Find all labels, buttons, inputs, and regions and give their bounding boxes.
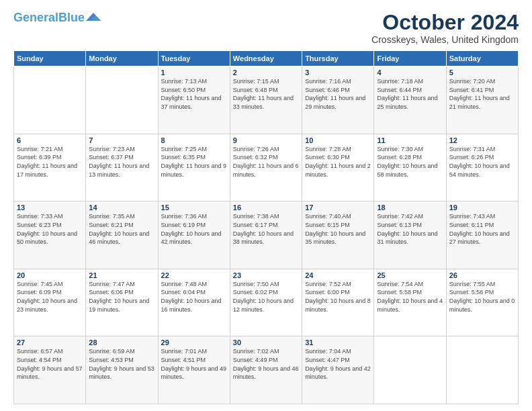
- empty-cell: [14, 66, 86, 134]
- day-cell-12: 12Sunrise: 7:31 AMSunset: 6:26 PMDayligh…: [446, 134, 518, 201]
- day-number: 7: [89, 136, 154, 144]
- day-cell-7: 7Sunrise: 7:23 AMSunset: 6:37 PMDaylight…: [86, 134, 158, 201]
- day-cell-27: 27Sunrise: 6:57 AMSunset: 4:54 PMDayligh…: [14, 336, 86, 404]
- day-info: Sunrise: 7:30 AMSunset: 6:28 PMDaylight:…: [377, 145, 443, 179]
- day-number: 27: [17, 338, 83, 347]
- day-cell-3: 3Sunrise: 7:16 AMSunset: 6:46 PMDaylight…: [302, 66, 374, 134]
- day-cell-16: 16Sunrise: 7:38 AMSunset: 6:17 PMDayligh…: [230, 201, 302, 269]
- day-cell-11: 11Sunrise: 7:30 AMSunset: 6:28 PMDayligh…: [374, 134, 446, 201]
- logo-text: GeneralBlue: [13, 11, 85, 25]
- day-info: Sunrise: 6:59 AMSunset: 4:53 PMDaylight:…: [89, 347, 154, 381]
- day-number: 4: [377, 68, 443, 77]
- day-number: 28: [89, 338, 154, 347]
- day-cell-2: 2Sunrise: 7:15 AMSunset: 6:48 PMDaylight…: [230, 66, 302, 134]
- day-cell-20: 20Sunrise: 7:45 AMSunset: 6:09 PMDayligh…: [14, 269, 86, 336]
- day-info: Sunrise: 7:26 AMSunset: 6:32 PMDaylight:…: [233, 145, 299, 179]
- day-cell-9: 9Sunrise: 7:26 AMSunset: 6:32 PMDaylight…: [230, 134, 302, 201]
- day-number: 19: [449, 203, 515, 212]
- day-info: Sunrise: 7:55 AMSunset: 5:56 PMDaylight:…: [449, 280, 515, 314]
- day-info: Sunrise: 7:42 AMSunset: 6:13 PMDaylight:…: [377, 212, 443, 246]
- day-number: 1: [161, 68, 227, 77]
- week-row-2: 13Sunrise: 7:33 AMSunset: 6:23 PMDayligh…: [14, 201, 519, 269]
- day-cell-8: 8Sunrise: 7:25 AMSunset: 6:35 PMDaylight…: [158, 134, 230, 201]
- day-info: Sunrise: 7:13 AMSunset: 6:50 PMDaylight:…: [161, 77, 227, 111]
- weekday-header-saturday: Saturday: [446, 51, 518, 66]
- day-info: Sunrise: 6:57 AMSunset: 4:54 PMDaylight:…: [17, 347, 83, 381]
- day-info: Sunrise: 7:28 AMSunset: 6:30 PMDaylight:…: [305, 145, 371, 179]
- day-info: Sunrise: 7:54 AMSunset: 5:58 PMDaylight:…: [377, 280, 443, 314]
- day-number: 12: [449, 136, 515, 144]
- day-cell-25: 25Sunrise: 7:54 AMSunset: 5:58 PMDayligh…: [374, 269, 446, 336]
- day-cell-18: 18Sunrise: 7:42 AMSunset: 6:13 PMDayligh…: [374, 201, 446, 269]
- day-number: 17: [305, 203, 371, 212]
- day-info: Sunrise: 7:43 AMSunset: 6:11 PMDaylight:…: [449, 212, 515, 246]
- day-cell-15: 15Sunrise: 7:36 AMSunset: 6:19 PMDayligh…: [158, 201, 230, 269]
- day-info: Sunrise: 7:36 AMSunset: 6:19 PMDaylight:…: [161, 212, 227, 246]
- logo: GeneralBlue: [13, 11, 101, 25]
- day-cell-28: 28Sunrise: 6:59 AMSunset: 4:53 PMDayligh…: [86, 336, 158, 404]
- day-cell-4: 4Sunrise: 7:18 AMSunset: 6:44 PMDaylight…: [374, 66, 446, 134]
- day-info: Sunrise: 7:35 AMSunset: 6:21 PMDaylight:…: [89, 212, 154, 246]
- day-number: 30: [233, 338, 299, 347]
- day-number: 2: [233, 68, 299, 77]
- day-info: Sunrise: 7:50 AMSunset: 6:02 PMDaylight:…: [233, 280, 299, 314]
- day-info: Sunrise: 7:52 AMSunset: 6:00 PMDaylight:…: [305, 280, 371, 314]
- day-number: 26: [449, 271, 515, 279]
- weekday-header-row: SundayMondayTuesdayWednesdayThursdayFrid…: [14, 51, 519, 66]
- day-number: 20: [17, 271, 83, 279]
- day-number: 14: [89, 203, 154, 212]
- day-number: 8: [161, 136, 227, 144]
- weekday-header-friday: Friday: [374, 51, 446, 66]
- day-number: 31: [305, 338, 371, 347]
- day-info: Sunrise: 7:20 AMSunset: 6:41 PMDaylight:…: [449, 77, 515, 111]
- day-info: Sunrise: 7:18 AMSunset: 6:44 PMDaylight:…: [377, 77, 443, 111]
- day-number: 21: [89, 271, 154, 279]
- header: GeneralBlue October 2024 Crosskeys, Wale…: [13, 11, 519, 45]
- day-number: 22: [161, 271, 227, 279]
- week-row-4: 27Sunrise: 6:57 AMSunset: 4:54 PMDayligh…: [14, 336, 519, 404]
- day-number: 24: [305, 271, 371, 279]
- day-number: 18: [377, 203, 443, 212]
- day-info: Sunrise: 7:45 AMSunset: 6:09 PMDaylight:…: [17, 280, 83, 314]
- day-cell-29: 29Sunrise: 7:01 AMSunset: 4:51 PMDayligh…: [158, 336, 230, 404]
- week-row-3: 20Sunrise: 7:45 AMSunset: 6:09 PMDayligh…: [14, 269, 519, 336]
- weekday-header-tuesday: Tuesday: [158, 51, 230, 66]
- day-info: Sunrise: 7:33 AMSunset: 6:23 PMDaylight:…: [17, 212, 83, 246]
- day-info: Sunrise: 7:38 AMSunset: 6:17 PMDaylight:…: [233, 212, 299, 246]
- day-info: Sunrise: 7:21 AMSunset: 6:39 PMDaylight:…: [17, 145, 83, 179]
- day-info: Sunrise: 7:47 AMSunset: 6:06 PMDaylight:…: [89, 280, 154, 314]
- day-info: Sunrise: 7:01 AMSunset: 4:51 PMDaylight:…: [161, 347, 227, 381]
- day-info: Sunrise: 7:16 AMSunset: 6:46 PMDaylight:…: [305, 77, 371, 111]
- day-number: 13: [17, 203, 83, 212]
- empty-cell: [86, 66, 158, 134]
- day-cell-23: 23Sunrise: 7:50 AMSunset: 6:02 PMDayligh…: [230, 269, 302, 336]
- day-cell-6: 6Sunrise: 7:21 AMSunset: 6:39 PMDaylight…: [14, 134, 86, 201]
- week-row-1: 6Sunrise: 7:21 AMSunset: 6:39 PMDaylight…: [14, 134, 519, 201]
- day-cell-13: 13Sunrise: 7:33 AMSunset: 6:23 PMDayligh…: [14, 201, 86, 269]
- day-info: Sunrise: 7:04 AMSunset: 4:47 PMDaylight:…: [305, 347, 371, 381]
- subtitle: Crosskeys, Wales, United Kingdom: [371, 34, 519, 45]
- day-number: 25: [377, 271, 443, 279]
- page: GeneralBlue October 2024 Crosskeys, Wale…: [0, 0, 532, 411]
- day-number: 11: [377, 136, 443, 144]
- day-number: 29: [161, 338, 227, 347]
- day-number: 5: [449, 68, 515, 77]
- day-cell-14: 14Sunrise: 7:35 AMSunset: 6:21 PMDayligh…: [86, 201, 158, 269]
- day-info: Sunrise: 7:31 AMSunset: 6:26 PMDaylight:…: [449, 145, 515, 179]
- day-info: Sunrise: 7:25 AMSunset: 6:35 PMDaylight:…: [161, 145, 227, 179]
- weekday-header-monday: Monday: [86, 51, 158, 66]
- logo-icon: [86, 11, 101, 22]
- day-info: Sunrise: 7:48 AMSunset: 6:04 PMDaylight:…: [161, 280, 227, 314]
- day-cell-17: 17Sunrise: 7:40 AMSunset: 6:15 PMDayligh…: [302, 201, 374, 269]
- day-number: 6: [17, 136, 83, 144]
- day-cell-31: 31Sunrise: 7:04 AMSunset: 4:47 PMDayligh…: [302, 336, 374, 404]
- day-info: Sunrise: 7:02 AMSunset: 4:49 PMDaylight:…: [233, 347, 299, 381]
- week-row-0: 1Sunrise: 7:13 AMSunset: 6:50 PMDaylight…: [14, 66, 519, 134]
- day-number: 3: [305, 68, 371, 77]
- day-cell-30: 30Sunrise: 7:02 AMSunset: 4:49 PMDayligh…: [230, 336, 302, 404]
- day-cell-26: 26Sunrise: 7:55 AMSunset: 5:56 PMDayligh…: [446, 269, 518, 336]
- weekday-header-thursday: Thursday: [302, 51, 374, 66]
- day-cell-21: 21Sunrise: 7:47 AMSunset: 6:06 PMDayligh…: [86, 269, 158, 336]
- day-number: 10: [305, 136, 371, 144]
- title-block: October 2024 Crosskeys, Wales, United Ki…: [371, 11, 519, 45]
